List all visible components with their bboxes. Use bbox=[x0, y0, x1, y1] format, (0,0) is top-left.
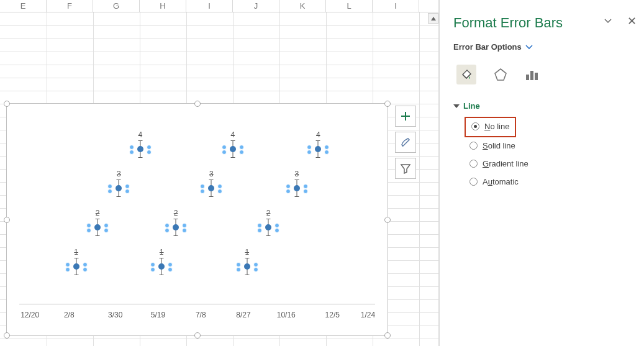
data-point[interactable] bbox=[265, 224, 271, 230]
selection-marker-icon bbox=[86, 228, 91, 233]
selection-marker-icon bbox=[307, 150, 312, 155]
column-header[interactable]: F bbox=[47, 0, 93, 12]
selection-marker-icon bbox=[257, 228, 262, 233]
resize-handle-icon[interactable] bbox=[194, 332, 201, 339]
data-point[interactable] bbox=[137, 146, 143, 152]
selection-marker-icon bbox=[200, 189, 205, 194]
data-label[interactable]: 2 bbox=[96, 209, 100, 217]
data-point[interactable] bbox=[73, 263, 79, 270]
selection-marker-icon bbox=[107, 184, 112, 189]
data-label[interactable]: 4 bbox=[316, 130, 320, 139]
selection-marker-icon bbox=[286, 184, 291, 189]
selection-marker-icon bbox=[150, 262, 155, 267]
automatic-label: Automatic bbox=[483, 177, 519, 186]
error-bar-options-dropdown[interactable]: Error Bar Options bbox=[453, 42, 633, 52]
selection-marker-icon bbox=[274, 223, 279, 228]
column-header[interactable]: G bbox=[93, 0, 140, 12]
chart-object[interactable]: 111222333444 12/202/83/305/197/88/2710/1… bbox=[6, 103, 388, 336]
data-label[interactable]: 1 bbox=[74, 248, 78, 257]
selection-marker-icon bbox=[217, 184, 222, 189]
resize-handle-icon[interactable] bbox=[384, 217, 391, 223]
selection-marker-icon bbox=[65, 267, 70, 272]
data-point[interactable] bbox=[94, 224, 101, 230]
selection-marker-icon bbox=[147, 145, 152, 150]
close-pane-button[interactable]: ✕ bbox=[625, 15, 638, 27]
gradient-line-label: Gradient line bbox=[483, 159, 528, 168]
chart-filters-button[interactable] bbox=[395, 158, 416, 179]
x-tick-label: 10/16 bbox=[277, 311, 296, 319]
selection-marker-icon bbox=[200, 184, 205, 189]
data-label[interactable]: 4 bbox=[230, 130, 235, 139]
x-axis bbox=[19, 304, 375, 304]
task-pane-options-button[interactable] bbox=[602, 15, 614, 27]
selection-marker-icon bbox=[129, 150, 134, 155]
data-label[interactable]: 1 bbox=[245, 248, 249, 257]
solid-line-label: Solid line bbox=[483, 141, 515, 150]
data-label[interactable]: 3 bbox=[209, 170, 214, 178]
selection-marker-icon bbox=[147, 150, 152, 155]
selection-marker-icon bbox=[104, 228, 109, 233]
selection-marker-icon bbox=[286, 189, 291, 194]
column-header[interactable]: E bbox=[0, 0, 47, 12]
x-tick-label: 7/8 bbox=[196, 311, 206, 319]
data-label[interactable]: 2 bbox=[174, 209, 178, 217]
svg-rect-0 bbox=[526, 75, 529, 80]
worksheet-area[interactable]: EFGHIJKLI 111222333444 12/202/83/305/197… bbox=[0, 0, 439, 346]
resize-handle-icon[interactable] bbox=[4, 332, 10, 339]
resize-handle-icon[interactable] bbox=[4, 101, 10, 107]
x-tick-label: 8/27 bbox=[236, 311, 250, 319]
selection-marker-icon bbox=[303, 189, 308, 194]
chart-styles-button[interactable] bbox=[395, 132, 416, 153]
fill-line-tab[interactable] bbox=[456, 65, 476, 84]
no-line-radio[interactable]: No line bbox=[470, 121, 510, 132]
data-point[interactable] bbox=[244, 263, 250, 270]
bar-options-tab[interactable] bbox=[522, 65, 542, 84]
selection-marker-icon bbox=[129, 145, 134, 150]
data-label[interactable]: 2 bbox=[266, 209, 271, 217]
resize-handle-icon[interactable] bbox=[384, 101, 391, 107]
selection-marker-icon bbox=[253, 267, 258, 272]
automatic-radio[interactable]: Automatic bbox=[465, 173, 633, 190]
column-header[interactable]: L bbox=[326, 0, 373, 12]
solid-line-radio[interactable]: Solid line bbox=[465, 137, 633, 154]
data-label[interactable]: 4 bbox=[138, 130, 142, 139]
data-point[interactable] bbox=[230, 146, 236, 152]
data-point[interactable] bbox=[173, 224, 179, 230]
data-point[interactable] bbox=[315, 146, 321, 152]
data-label[interactable]: 3 bbox=[117, 170, 121, 178]
column-header[interactable]: J bbox=[233, 0, 279, 12]
column-header[interactable]: I bbox=[186, 0, 233, 12]
data-label[interactable]: 1 bbox=[160, 248, 164, 257]
selection-marker-icon bbox=[257, 223, 262, 228]
selection-marker-icon bbox=[165, 228, 170, 233]
selection-marker-icon bbox=[125, 184, 130, 189]
x-tick-label: 12/20 bbox=[20, 311, 39, 319]
selection-marker-icon bbox=[239, 150, 244, 155]
data-point[interactable] bbox=[158, 263, 165, 270]
format-pane: ✕ Format Error Bars Error Bar Options bbox=[439, 0, 644, 346]
selection-marker-icon bbox=[303, 184, 308, 189]
chart-elements-button[interactable] bbox=[395, 106, 416, 127]
selection-marker-icon bbox=[104, 223, 109, 228]
column-header[interactable]: H bbox=[140, 0, 186, 12]
svg-rect-1 bbox=[530, 71, 533, 80]
selection-marker-icon bbox=[83, 262, 88, 267]
resize-handle-icon[interactable] bbox=[4, 217, 10, 223]
effects-tab[interactable] bbox=[491, 65, 510, 84]
chevron-down-icon bbox=[525, 44, 533, 50]
scroll-up-button[interactable] bbox=[428, 13, 438, 24]
paint-bucket-icon bbox=[459, 67, 474, 82]
selection-marker-icon bbox=[168, 262, 173, 267]
plot-area[interactable]: 111222333444 bbox=[19, 110, 375, 304]
resize-handle-icon[interactable] bbox=[384, 332, 391, 339]
data-point[interactable] bbox=[116, 185, 122, 191]
line-section-header[interactable]: Line bbox=[453, 101, 633, 111]
resize-handle-icon[interactable] bbox=[194, 101, 201, 107]
data-point[interactable] bbox=[208, 185, 214, 191]
gradient-line-radio[interactable]: Gradient line bbox=[465, 155, 633, 172]
selection-marker-icon bbox=[168, 267, 173, 272]
data-label[interactable]: 3 bbox=[295, 170, 299, 178]
data-point[interactable] bbox=[294, 185, 300, 191]
column-header[interactable]: K bbox=[279, 0, 326, 12]
column-header[interactable]: I bbox=[373, 0, 419, 12]
